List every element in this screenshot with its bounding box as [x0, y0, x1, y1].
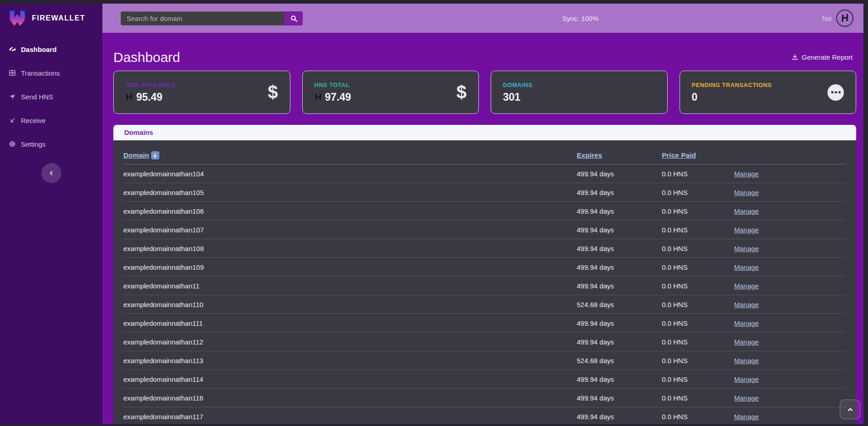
manage-link[interactable]: Manage	[734, 357, 759, 364]
manage-link[interactable]: Manage	[734, 413, 759, 421]
search-button[interactable]	[284, 11, 303, 26]
wallet-name: hot	[822, 15, 832, 22]
domain-name-cell: exampledomainnathan104	[123, 170, 577, 178]
ellipsis-icon[interactable]	[827, 84, 844, 101]
manage-link[interactable]: Manage	[734, 245, 759, 252]
search-icon	[290, 15, 298, 22]
price-paid-cell: 0.0 HNS	[662, 301, 734, 308]
domain-table-row: exampledomainnathan113 524.68 days 0.0 H…	[123, 351, 846, 370]
domain-name-cell: exampledomainnathan107	[123, 226, 577, 234]
card-title: HNS AVAILABLE	[126, 82, 176, 88]
handshake-icon[interactable]: H	[835, 9, 855, 28]
manage-link[interactable]: Manage	[734, 338, 759, 346]
dollar-icon: $	[457, 82, 467, 103]
manage-link[interactable]: Manage	[734, 207, 759, 215]
domains-table-head: Domain Expires Price Paid	[123, 140, 846, 164]
card-hns-total: HNS TOTAL H 97.49 $	[302, 71, 479, 114]
sidebar-item-label: Receive	[21, 117, 46, 124]
hns-glyph-icon: H	[125, 91, 133, 103]
domain-name-cell: exampledomainnathan105	[123, 189, 577, 196]
card-value: 301	[503, 91, 533, 103]
sort-descending-icon	[151, 151, 159, 159]
expires-cell: 499.94 days	[577, 413, 662, 421]
sidebar-item-transactions[interactable]: Transactions	[0, 61, 102, 85]
domains-panel: Domains Domain Expires P	[113, 125, 856, 424]
domains-table-body: exampledomainnathan104 499.94 days 0.0 H…	[123, 164, 846, 424]
expires-cell: 499.94 days	[577, 189, 662, 196]
manage-link[interactable]: Manage	[734, 263, 759, 271]
stat-cards: HNS AVAILABLE H 95.49 $ HNS TOTAL H 97.4…	[102, 71, 863, 114]
domain-search	[121, 11, 303, 26]
domain-name-cell: exampledomainnathan11	[123, 282, 577, 290]
generate-report-button[interactable]: Generate Report	[792, 53, 853, 61]
page-title: Dashboard	[113, 50, 180, 65]
price-paid-cell: 0.0 HNS	[662, 357, 734, 364]
domain-name-cell: exampledomainnathan112	[123, 338, 577, 346]
domain-table-row: exampledomainnathan112 499.94 days 0.0 H…	[123, 333, 846, 351]
expires-cell: 499.94 days	[577, 245, 662, 252]
firewallet-logo-icon	[7, 8, 27, 28]
expires-cell: 499.94 days	[577, 375, 662, 383]
sidebar-item-label: Settings	[21, 140, 46, 148]
domain-table-row: exampledomainnathan109 499.94 days 0.0 H…	[123, 258, 846, 277]
domain-table-row: exampledomainnathan104 499.94 days 0.0 H…	[123, 164, 846, 183]
domain-table-row: exampledomainnathan106 499.94 days 0.0 H…	[123, 202, 846, 221]
sidebar-item-label: Send HNS	[21, 93, 53, 101]
sync-status: Sync: 100%	[562, 15, 599, 22]
price-paid-cell: 0.0 HNS	[662, 207, 734, 215]
search-input[interactable]	[121, 11, 284, 26]
manage-link[interactable]: Manage	[734, 226, 759, 234]
domain-name-cell: exampledomainnathan106	[123, 207, 577, 215]
domain-name-cell: exampledomainnathan109	[123, 263, 577, 271]
chevron-left-icon	[48, 170, 55, 176]
card-value: H 95.49	[126, 91, 176, 103]
topbar: Sync: 100% hot H	[102, 4, 863, 33]
domains-table: Domain Expires Price Paid exampledomai	[113, 140, 856, 424]
manage-link[interactable]: Manage	[734, 394, 759, 402]
column-header-expires[interactable]: Expires	[577, 151, 662, 159]
sidebar-item-label: Dashboard	[21, 46, 56, 53]
sidebar-item-receive[interactable]: Receive	[0, 108, 102, 132]
sidebar-item-dashboard[interactable]: Dashboard	[0, 37, 102, 61]
expires-cell: 499.94 days	[577, 338, 662, 346]
download-icon	[792, 54, 798, 61]
column-header-price-paid[interactable]: Price Paid	[662, 151, 734, 159]
sidebar-nav: Dashboard Transactions Send HNS	[0, 37, 102, 156]
card-value: 0	[692, 91, 772, 103]
price-paid-cell: 0.0 HNS	[662, 189, 734, 196]
chevron-up-icon	[847, 406, 854, 413]
price-paid-cell: 0.0 HNS	[662, 170, 734, 178]
manage-link[interactable]: Manage	[734, 301, 759, 308]
card-title: DOMAINS	[503, 82, 533, 88]
domain-name-cell: exampledomainnathan108	[123, 245, 577, 252]
domain-name-cell: exampledomainnathan116	[123, 394, 577, 402]
sidebar: FIREWALLET Dashboard Transactions	[0, 4, 102, 424]
sidebar-item-settings[interactable]: Settings	[0, 132, 102, 156]
manage-link[interactable]: Manage	[734, 189, 759, 196]
manage-link[interactable]: Manage	[734, 170, 759, 178]
sidebar-collapse-button[interactable]	[41, 163, 61, 183]
firewallet-window: FIREWALLET Dashboard Transactions	[0, 4, 863, 424]
price-paid-cell: 0.0 HNS	[662, 394, 734, 402]
manage-link[interactable]: Manage	[734, 375, 759, 383]
price-paid-cell: 0.0 HNS	[662, 319, 734, 327]
domain-name-cell: exampledomainnathan117	[123, 413, 577, 421]
card-value: H 97.49	[315, 91, 351, 103]
domain-table-row: exampledomainnathan110 524.68 days 0.0 H…	[123, 295, 846, 314]
domain-table-row: exampledomainnathan114 499.94 days 0.0 H…	[123, 370, 846, 389]
manage-link[interactable]: Manage	[734, 319, 759, 327]
scroll-to-top-button[interactable]	[840, 400, 860, 419]
card-title: HNS TOTAL	[315, 82, 351, 88]
expires-cell: 499.94 days	[577, 282, 662, 290]
brand-name: FIREWALLET	[32, 14, 85, 22]
price-paid-cell: 0.0 HNS	[662, 413, 734, 421]
generate-report-label: Generate Report	[802, 53, 853, 61]
price-paid-cell: 0.0 HNS	[662, 338, 734, 346]
manage-link[interactable]: Manage	[734, 282, 759, 290]
domains-panel-title: Domains	[124, 128, 153, 136]
main: Dashboard Generate Report HNS AVAILABLE …	[102, 33, 863, 424]
page-head: Dashboard Generate Report	[102, 33, 863, 71]
column-header-domain[interactable]: Domain	[123, 151, 577, 159]
domain-name-cell: exampledomainnathan110	[123, 301, 577, 308]
sidebar-item-send-hns[interactable]: Send HNS	[0, 85, 102, 108]
